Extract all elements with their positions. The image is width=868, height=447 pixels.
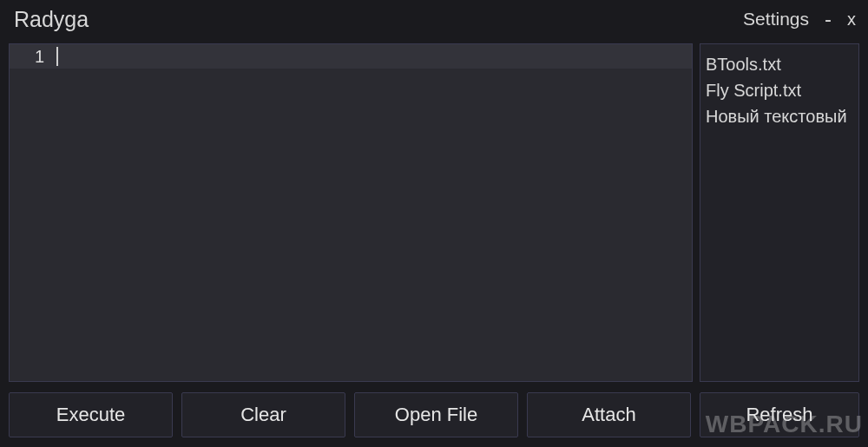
content-area: 1 BTools.txt Fly Script.txt Новый тексто… xyxy=(0,38,868,382)
minimize-button[interactable]: - xyxy=(825,15,832,23)
settings-button[interactable]: Settings xyxy=(743,9,809,30)
list-item[interactable]: Новый текстовый xyxy=(706,103,853,129)
editor-line: 1 xyxy=(10,44,692,69)
clear-button[interactable]: Clear xyxy=(181,392,345,437)
text-cursor xyxy=(56,47,58,66)
editor-body[interactable] xyxy=(10,69,692,381)
code-editor[interactable]: 1 xyxy=(9,43,693,382)
file-list-panel: BTools.txt Fly Script.txt Новый текстовы… xyxy=(700,43,859,382)
attach-button[interactable]: Attach xyxy=(527,392,691,437)
list-item[interactable]: BTools.txt xyxy=(706,51,853,77)
editor-text-area[interactable] xyxy=(51,44,692,69)
titlebar: Radyga Settings - x xyxy=(0,0,868,38)
open-file-button[interactable]: Open File xyxy=(354,392,518,437)
button-row: Execute Clear Open File Attach Refresh xyxy=(0,382,868,446)
close-button[interactable]: x xyxy=(847,10,856,30)
titlebar-controls: Settings - x xyxy=(743,9,856,30)
line-number-gutter: 1 xyxy=(10,44,51,69)
app-title: Radyga xyxy=(14,7,89,32)
execute-button[interactable]: Execute xyxy=(9,392,173,437)
list-item[interactable]: Fly Script.txt xyxy=(706,77,853,103)
refresh-button[interactable]: Refresh xyxy=(700,392,859,437)
